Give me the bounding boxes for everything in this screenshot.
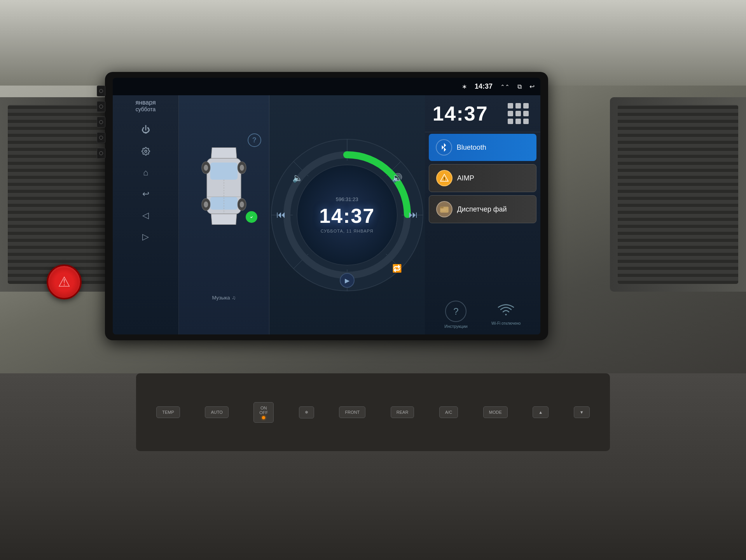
onoff-label[interactable]: ONOFF: [253, 402, 274, 423]
climate-controls: TEMP AUTO ONOFF ❄ FRONT REAR A/C MODE ▲ …: [136, 373, 610, 451]
back-nav-icon[interactable]: ↩: [529, 83, 535, 90]
bottom-icons-row: ? Инструкции Wi-Fi отключено: [425, 295, 540, 334]
dot-8: [515, 119, 521, 124]
nav-settings-btn[interactable]: [136, 142, 155, 161]
ac-label[interactable]: A/C: [439, 406, 458, 418]
svg-rect-38: [441, 210, 446, 211]
player-elapsed-time: 596:31:23: [336, 196, 358, 202]
instructions-label: Инструкции: [444, 324, 467, 329]
filemanager-label: Диспетчер фай: [457, 205, 507, 214]
head-unit: ∗ 14:37 ⌃⌃ ⧉ ↩ января суббота ⏻ ⌂: [113, 78, 540, 334]
svg-rect-37: [441, 209, 447, 210]
recent-apps-icon[interactable]: ⧉: [517, 83, 522, 90]
side-btn-power[interactable]: [97, 132, 105, 143]
date-month: января: [135, 99, 155, 106]
music-label: Музыка ♫: [212, 295, 236, 301]
player-inner-display: 596:31:23 14:37 СУББОТА, 11 ЯНВАРЯ: [297, 164, 398, 266]
screen: ∗ 14:37 ⌃⌃ ⧉ ↩ января суббота ⏻ ⌂: [113, 78, 540, 334]
defrost-button[interactable]: ❄: [299, 406, 314, 418]
svg-text:⏭: ⏭: [409, 209, 418, 220]
front-button[interactable]: FRONT: [339, 406, 365, 418]
hazard-button[interactable]: [47, 264, 82, 299]
vol-up-icon: [99, 105, 103, 108]
ac-button[interactable]: A/C: [439, 406, 458, 418]
music-note-icon: ♫: [232, 295, 236, 301]
help-button[interactable]: ?: [248, 133, 261, 147]
side-buttons[interactable]: [95, 86, 107, 159]
dot-9: [523, 119, 529, 124]
svg-text:🔈: 🔈: [292, 173, 303, 183]
svg-text:!: !: [444, 177, 445, 181]
fan-up-button[interactable]: ▲: [533, 406, 549, 418]
fan-up-icon[interactable]: ▲: [533, 406, 549, 418]
svg-rect-2: [210, 163, 238, 180]
nav-back-btn[interactable]: ↩: [136, 184, 155, 204]
right-panel: 14:37: [425, 95, 540, 334]
dot-5: [515, 111, 521, 116]
svg-point-11: [240, 201, 244, 207]
front-label[interactable]: FRONT: [339, 406, 365, 418]
mic-icon: [99, 89, 103, 93]
dot-1: [508, 103, 513, 108]
fan-down-button[interactable]: ▼: [574, 406, 590, 418]
svg-text:⏮: ⏮: [276, 209, 286, 220]
aimp-label: AIMP: [457, 174, 474, 182]
car-status-panel: ?: [179, 95, 269, 334]
svg-point-9: [204, 201, 208, 207]
instructions-icon: ?: [445, 301, 466, 322]
bluetooth-app-button[interactable]: Bluetooth: [429, 134, 536, 161]
wifi-icon: [497, 304, 515, 320]
mode-button[interactable]: MODE: [483, 406, 508, 418]
onoff-button[interactable]: ONOFF: [253, 402, 274, 423]
nav-left-btn[interactable]: ◁: [136, 206, 155, 225]
svg-point-5: [204, 164, 208, 170]
player-current-time: 14:37: [319, 204, 375, 228]
auto-button[interactable]: AUTO: [205, 406, 228, 418]
defrost-icon[interactable]: ❄: [299, 406, 314, 418]
left-nav-panel: января суббота ⏻ ⌂ ↩ ◁ ▷: [113, 95, 179, 334]
auto-label[interactable]: AUTO: [205, 406, 228, 418]
svg-rect-36: [440, 207, 444, 208]
mode-label[interactable]: MODE: [483, 406, 508, 418]
filemanager-app-icon: [436, 201, 452, 217]
dot-3: [523, 103, 529, 108]
nav-home-btn[interactable]: ⌂: [136, 163, 155, 182]
side-btn-reset[interactable]: [97, 148, 105, 159]
side-btn-mic[interactable]: [97, 86, 105, 96]
dot-2: [515, 103, 521, 108]
wifi-status[interactable]: Wi-Fi отключено: [491, 304, 521, 326]
rear-button[interactable]: REAR: [391, 406, 414, 418]
bluetooth-status-icon: ∗: [462, 83, 467, 90]
nav-right-btn[interactable]: ▷: [136, 227, 155, 247]
instructions-button[interactable]: ? Инструкции: [444, 301, 467, 329]
power-icon: [99, 136, 103, 140]
aimp-app-button[interactable]: ! AIMP: [429, 164, 536, 192]
apps-grid-dots: [504, 101, 533, 126]
fan-down-icon[interactable]: ▼: [574, 406, 590, 418]
circle-player: 🔈 🔊 ⏮ ⏭ ▶ 🔁: [269, 137, 425, 293]
right-air-vent: [610, 97, 746, 292]
date-display: января суббота: [135, 99, 155, 112]
svg-text:🔁: 🔁: [392, 264, 402, 273]
date-day: суббота: [135, 106, 155, 112]
car-status-indicator: [246, 211, 257, 223]
reset-icon: [99, 151, 103, 155]
temp-control[interactable]: TEMP: [156, 406, 180, 418]
time-display-area: 14:37: [425, 95, 540, 132]
music-text: Музыка: [212, 295, 230, 301]
dot-6: [523, 111, 529, 116]
filemanager-app-button[interactable]: Диспетчер фай: [429, 195, 536, 223]
temp-label[interactable]: TEMP: [156, 406, 180, 418]
side-btn-vol-up[interactable]: [97, 101, 105, 112]
vol-down-icon: [99, 120, 103, 124]
bluetooth-label: Bluetooth: [457, 144, 486, 152]
svg-point-0: [145, 150, 147, 152]
music-player: 🔈 🔊 ⏮ ⏭ ▶ 🔁: [269, 95, 425, 334]
chevron-up-icon[interactable]: ⌃⌃: [500, 84, 510, 90]
nav-power-btn[interactable]: ⏻: [136, 120, 155, 140]
main-content: января суббота ⏻ ⌂ ↩ ◁ ▷ ?: [113, 95, 540, 334]
status-time: 14:37: [475, 82, 493, 91]
side-btn-vol-down[interactable]: [97, 117, 105, 128]
status-bar: ∗ 14:37 ⌃⌃ ⧉ ↩: [113, 78, 540, 95]
rear-label[interactable]: REAR: [391, 406, 414, 418]
